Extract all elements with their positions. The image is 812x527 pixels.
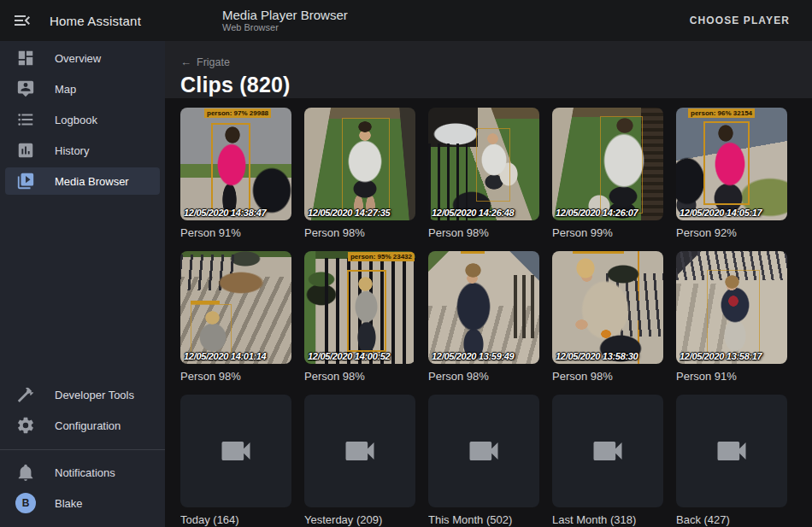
sidebar: OverviewMapLogbookHistoryMedia Browser D… (0, 41, 165, 527)
detection-overlay-label: person: 97% 29988 (204, 108, 271, 118)
videocam-icon (217, 432, 255, 470)
clip-label: Person 98% (428, 370, 539, 384)
sidebar-item-overview[interactable]: Overview (5, 44, 160, 72)
content-header: ← Frigate Clips (820) (165, 41, 812, 98)
sidebar-item-profile[interactable]: B Blake (5, 489, 160, 517)
folder-card[interactable]: This Month (502) (428, 395, 539, 527)
clip-card[interactable]: 12/05/2020 14:01:14 Person 98% (180, 251, 291, 384)
clip-timestamp-overlay: 12/05/2020 14:00:52 (308, 351, 414, 361)
folder-thumbnail (428, 395, 539, 507)
back-arrow-icon: ← (180, 56, 191, 68)
sidebar-item-label: Logbook (55, 114, 97, 126)
sidebar-bottom-items: Developer ToolsConfiguration (0, 381, 165, 439)
clip-card[interactable]: 12/05/2020 14:26:48 Person 98% (428, 108, 539, 240)
clip-thumbnail: 12/05/2020 13:59:49 (428, 251, 539, 364)
clip-card[interactable]: 12/05/2020 13:58:30 Person 98% (552, 251, 663, 384)
sidebar-item-media-browser[interactable]: Media Browser (5, 167, 160, 195)
detection-bbox (707, 270, 760, 357)
clip-card[interactable]: person: 95% 23432 12/05/2020 14:00:52 Pe… (304, 251, 415, 384)
detection-bbox (347, 270, 386, 352)
page-titles: Media Player Browser Web Browser (222, 8, 348, 33)
folder-thumbnail (676, 395, 787, 507)
folder-label: Today (164) (180, 513, 291, 527)
folder-card[interactable]: Back (427) (676, 395, 787, 527)
folder-card[interactable]: Today (164) (180, 395, 291, 527)
folder-card[interactable]: Last Month (318) (552, 395, 663, 527)
clip-card[interactable]: person: 96% 32154 12/05/2020 14:05:17 Pe… (676, 108, 787, 240)
clip-timestamp-overlay: 12/05/2020 14:05:17 (680, 208, 786, 218)
detection-bbox (342, 118, 390, 214)
sidebar-item-label: Developer Tools (55, 389, 134, 401)
sidebar-item-history[interactable]: History (5, 137, 160, 164)
history-icon (15, 140, 36, 161)
sidebar-toggle-button[interactable] (12, 10, 32, 31)
videocam-icon (713, 432, 750, 470)
detection-overlay-label: person: 96% 32154 (688, 108, 755, 118)
clip-timestamp-overlay: 12/05/2020 14:01:14 (184, 351, 290, 361)
avatar: B (15, 493, 36, 513)
clip-card[interactable]: person: 97% 29988 12/05/2020 14:38:47 Pe… (180, 108, 291, 240)
sidebar-item-label: Media Browser (55, 175, 129, 188)
sidebar-item-developer-tools[interactable]: Developer Tools (5, 381, 160, 408)
bell-icon (15, 462, 36, 483)
sidebar-item-configuration[interactable]: Configuration (5, 412, 160, 439)
clip-timestamp-overlay: 12/05/2020 14:26:48 (432, 208, 538, 218)
sidebar-item-label: Configuration (55, 419, 121, 432)
clip-timestamp-overlay: 12/05/2020 13:58:30 (556, 351, 662, 361)
folder-thumbnail (180, 395, 291, 507)
folder-card[interactable]: Yesterday (209) (304, 395, 415, 527)
detection-bbox (476, 128, 510, 202)
detection-overlay-label: person: 95% 23432 (348, 252, 415, 261)
menu-open-icon (12, 10, 32, 31)
clip-thumbnail: 12/05/2020 13:58:30 (552, 251, 663, 364)
clip-timestamp-overlay: 12/05/2020 14:27:35 (308, 208, 414, 218)
clip-timestamp-overlay: 12/05/2020 14:38:47 (184, 208, 290, 218)
folder-label: Last Month (318) (552, 513, 663, 527)
app-title: Home Assistant (50, 14, 141, 28)
sidebar-item-map[interactable]: Map (5, 75, 160, 102)
detection-bbox (191, 304, 232, 355)
breadcrumb-back[interactable]: ← Frigate (180, 56, 230, 68)
clip-label: Person 99% (552, 226, 663, 240)
clip-card[interactable]: 12/05/2020 14:27:35 Person 98% (304, 108, 415, 240)
clip-thumbnail: person: 97% 29988 12/05/2020 14:38:47 (180, 108, 291, 220)
clip-timestamp-overlay: 12/05/2020 13:59:49 (432, 351, 538, 361)
clip-card[interactable]: 12/05/2020 14:26:07 Person 99% (552, 108, 663, 240)
detection-bbox (211, 123, 250, 212)
topbar-main: Media Player Browser Web Browser CHOOSE … (165, 0, 812, 41)
gear-icon (15, 415, 36, 436)
clip-label: Person 91% (180, 226, 291, 240)
videocam-icon (465, 432, 503, 470)
folder-thumbnail (552, 395, 663, 507)
choose-player-button[interactable]: CHOOSE PLAYER (683, 8, 797, 33)
clip-label: Person 98% (180, 370, 291, 384)
topbar-left: Home Assistant (0, 10, 165, 31)
clip-timestamp-overlay: 12/05/2020 14:26:07 (556, 208, 662, 218)
logbook-icon (15, 109, 36, 130)
clip-thumbnail: 12/05/2020 14:27:35 (304, 108, 415, 220)
folder-label: Yesterday (209) (304, 513, 415, 527)
clip-label: Person 98% (552, 370, 663, 384)
breadcrumb-label: Frigate (197, 56, 230, 68)
sidebar-item-label: Overview (55, 52, 101, 65)
clip-thumbnail: person: 96% 32154 12/05/2020 14:05:17 (676, 108, 787, 220)
detection-bbox (600, 116, 643, 214)
clip-thumbnail: person: 95% 23432 12/05/2020 14:00:52 (304, 251, 415, 364)
sidebar-item-label: Notifications (55, 466, 115, 479)
page-title: Media Player Browser (222, 8, 348, 22)
view-dashboard-icon (15, 48, 36, 68)
clip-card[interactable]: 12/05/2020 13:58:17 Person 91% (676, 251, 787, 384)
clip-timestamp-overlay: 12/05/2020 13:58:17 (680, 351, 786, 361)
sidebar-item-label: History (55, 144, 89, 157)
sidebar-item-logbook[interactable]: Logbook (5, 106, 160, 133)
sidebar-item-notifications[interactable]: Notifications (5, 459, 160, 486)
hammer-icon (15, 384, 36, 405)
clip-thumbnail: 12/05/2020 14:26:48 (428, 108, 539, 220)
topbar: Home Assistant Media Player Browser Web … (0, 0, 812, 41)
folder-label: Back (427) (676, 513, 787, 527)
clip-card[interactable]: 12/05/2020 13:59:49 Person 98% (428, 251, 539, 384)
sidebar-top-items: OverviewMapLogbookHistoryMedia Browser (0, 41, 165, 195)
main-content: ← Frigate Clips (820) person: 97% 29988 … (165, 41, 812, 527)
page-subtitle: Web Browser (222, 22, 348, 33)
sidebar-item-label: Map (55, 83, 76, 96)
